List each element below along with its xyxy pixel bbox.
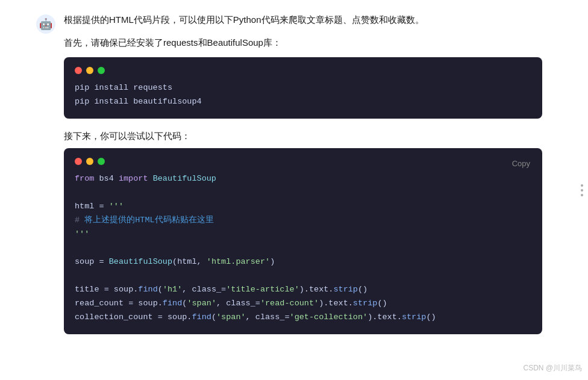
code-line-soup: soup = BeautifulSoup(html, 'html.parser'… — [75, 255, 531, 269]
sidebar-dot-1 — [581, 184, 583, 187]
avatar: 🤖 — [36, 14, 55, 34]
code-line: pip install requests — [75, 81, 531, 95]
dot-red-2 — [75, 158, 82, 165]
code-line-read: read_count = soup.find('span', class_='r… — [75, 297, 531, 311]
code-line-from: from bs4 import BeautifulSoup — [75, 172, 531, 186]
message-row: 🤖 根据提供的HTML代码片段，可以使用以下Python代码来爬取文章标题、点赞… — [36, 12, 542, 344]
page-container: 🤖 根据提供的HTML代码片段，可以使用以下Python代码来爬取文章标题、点赞… — [0, 0, 588, 380]
sidebar-dot-2 — [581, 189, 583, 192]
traffic-lights-2 — [75, 158, 531, 165]
dot-green-1 — [98, 67, 105, 74]
dot-yellow-1 — [86, 67, 93, 74]
code-line-title: title = soup.find('h1', class_='title-ar… — [75, 283, 531, 297]
message-body: 根据提供的HTML代码片段，可以使用以下Python代码来爬取文章标题、点赞数和… — [64, 12, 542, 344]
dot-green-2 — [98, 158, 105, 165]
watermark: CSDN @川川菜鸟 — [523, 363, 582, 374]
dot-yellow-2 — [86, 158, 93, 165]
code-line: pip install beautifulsoup4 — [75, 95, 531, 109]
sidebar-dots[interactable] — [576, 184, 588, 196]
copy-button[interactable]: Copy — [508, 158, 534, 169]
code-line-triple-quote: ''' — [75, 228, 531, 241]
intro-paragraph: 根据提供的HTML代码片段，可以使用以下Python代码来爬取文章标题、点赞数和… — [64, 12, 542, 28]
code-line-blank2 — [75, 241, 531, 255]
code-block-2: Copy from bs4 import BeautifulSoup html … — [64, 148, 542, 334]
code-line-html-assign: html = ''' — [75, 200, 531, 214]
dot-red-1 — [75, 67, 82, 74]
intro-text-1: 根据提供的HTML代码片段，可以使用以下Python代码来爬取文章标题、点赞数和… — [64, 14, 424, 25]
main-content: 🤖 根据提供的HTML代码片段，可以使用以下Python代码来爬取文章标题、点赞… — [0, 0, 554, 380]
bot-icon: 🤖 — [39, 16, 52, 33]
code-line-blank3 — [75, 269, 531, 283]
code-line-blank1 — [75, 186, 531, 200]
code-line-collection: collection_count = soup.find('span', cla… — [75, 311, 531, 325]
section-label-2: 接下来，你可以尝试以下代码： — [64, 128, 542, 144]
intro-text-2: 首先，请确保已经安装了requests和BeautifulSoup库： — [64, 37, 281, 48]
code-block-1: pip install requests pip install beautif… — [64, 57, 542, 119]
intro-paragraph-2: 首先，请确保已经安装了requests和BeautifulSoup库： — [64, 35, 542, 51]
code-line-comment: # 将上述提供的HTML代码粘贴在这里 — [75, 214, 531, 228]
traffic-lights-1 — [75, 67, 531, 74]
sidebar-dot-3 — [581, 194, 583, 196]
